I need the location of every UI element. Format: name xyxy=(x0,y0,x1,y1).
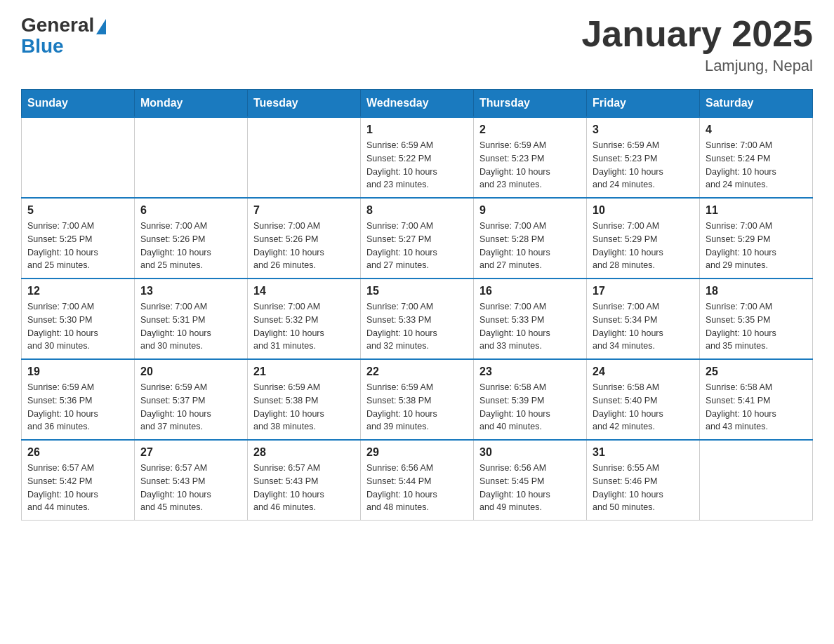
day-cell: 30Sunrise: 6:56 AMSunset: 5:45 PMDayligh… xyxy=(474,440,587,521)
day-number: 28 xyxy=(253,446,355,459)
col-header-wednesday: Wednesday xyxy=(361,90,474,118)
day-cell: 6Sunrise: 7:00 AMSunset: 5:26 PMDaylight… xyxy=(135,198,248,279)
day-info: Sunrise: 7:00 AMSunset: 5:31 PMDaylight:… xyxy=(140,300,241,353)
day-number: 12 xyxy=(27,285,128,297)
day-info: Sunrise: 6:58 AMSunset: 5:41 PMDaylight:… xyxy=(706,381,807,434)
day-cell: 12Sunrise: 7:00 AMSunset: 5:30 PMDayligh… xyxy=(22,279,135,359)
day-number: 4 xyxy=(706,123,807,136)
day-number: 6 xyxy=(140,204,241,217)
week-row-3: 12Sunrise: 7:00 AMSunset: 5:30 PMDayligh… xyxy=(22,279,813,359)
day-cell: 14Sunrise: 7:00 AMSunset: 5:32 PMDayligh… xyxy=(248,279,361,359)
day-cell: 4Sunrise: 7:00 AMSunset: 5:24 PMDaylight… xyxy=(700,117,813,198)
week-row-4: 19Sunrise: 6:59 AMSunset: 5:36 PMDayligh… xyxy=(22,359,813,440)
logo-triangle-icon xyxy=(96,19,106,34)
col-header-saturday: Saturday xyxy=(700,90,813,118)
day-cell: 24Sunrise: 6:58 AMSunset: 5:40 PMDayligh… xyxy=(587,359,700,440)
day-info: Sunrise: 6:57 AMSunset: 5:43 PMDaylight:… xyxy=(140,462,241,514)
day-number: 16 xyxy=(479,285,581,297)
day-cell: 27Sunrise: 6:57 AMSunset: 5:43 PMDayligh… xyxy=(135,440,248,521)
col-header-friday: Friday xyxy=(587,90,700,118)
day-number: 2 xyxy=(479,123,581,136)
page-header: General Blue January 2025 Lamjung, Nepal xyxy=(21,14,813,75)
day-number: 29 xyxy=(366,446,468,459)
day-number: 14 xyxy=(253,285,355,297)
day-info: Sunrise: 7:00 AMSunset: 5:26 PMDaylight:… xyxy=(140,220,241,272)
day-number: 18 xyxy=(706,285,807,297)
day-info: Sunrise: 6:56 AMSunset: 5:45 PMDaylight:… xyxy=(479,462,581,514)
day-number: 5 xyxy=(27,204,128,217)
day-number: 27 xyxy=(140,446,241,459)
col-header-sunday: Sunday xyxy=(22,90,135,118)
day-info: Sunrise: 6:57 AMSunset: 5:42 PMDaylight:… xyxy=(27,462,128,514)
day-cell: 11Sunrise: 7:00 AMSunset: 5:29 PMDayligh… xyxy=(700,198,813,279)
day-info: Sunrise: 7:00 AMSunset: 5:24 PMDaylight:… xyxy=(706,139,807,192)
day-info: Sunrise: 6:59 AMSunset: 5:22 PMDaylight:… xyxy=(366,139,468,192)
day-info: Sunrise: 7:00 AMSunset: 5:25 PMDaylight:… xyxy=(27,220,128,272)
col-header-tuesday: Tuesday xyxy=(248,90,361,118)
day-info: Sunrise: 6:55 AMSunset: 5:46 PMDaylight:… xyxy=(593,462,694,514)
day-cell xyxy=(248,117,361,198)
day-cell: 22Sunrise: 6:59 AMSunset: 5:38 PMDayligh… xyxy=(361,359,474,440)
day-cell: 17Sunrise: 7:00 AMSunset: 5:34 PMDayligh… xyxy=(587,279,700,359)
day-info: Sunrise: 7:00 AMSunset: 5:28 PMDaylight:… xyxy=(479,220,581,272)
day-cell: 26Sunrise: 6:57 AMSunset: 5:42 PMDayligh… xyxy=(22,440,135,521)
day-info: Sunrise: 6:57 AMSunset: 5:43 PMDaylight:… xyxy=(253,462,355,514)
month-title: January 2025 xyxy=(581,14,813,54)
day-info: Sunrise: 7:00 AMSunset: 5:33 PMDaylight:… xyxy=(479,300,581,353)
day-number: 1 xyxy=(366,123,468,136)
day-number: 7 xyxy=(253,204,355,217)
day-cell: 2Sunrise: 6:59 AMSunset: 5:23 PMDaylight… xyxy=(474,117,587,198)
day-cell: 20Sunrise: 6:59 AMSunset: 5:37 PMDayligh… xyxy=(135,359,248,440)
day-info: Sunrise: 6:56 AMSunset: 5:44 PMDaylight:… xyxy=(366,462,468,514)
day-cell: 21Sunrise: 6:59 AMSunset: 5:38 PMDayligh… xyxy=(248,359,361,440)
day-cell: 23Sunrise: 6:58 AMSunset: 5:39 PMDayligh… xyxy=(474,359,587,440)
logo-general-text: General xyxy=(21,14,94,36)
day-info: Sunrise: 6:58 AMSunset: 5:39 PMDaylight:… xyxy=(479,381,581,434)
day-info: Sunrise: 7:00 AMSunset: 5:29 PMDaylight:… xyxy=(593,220,694,272)
day-number: 11 xyxy=(706,204,807,217)
day-number: 13 xyxy=(140,285,241,297)
week-row-2: 5Sunrise: 7:00 AMSunset: 5:25 PMDaylight… xyxy=(22,198,813,279)
logo: General Blue xyxy=(21,14,106,58)
day-info: Sunrise: 7:00 AMSunset: 5:29 PMDaylight:… xyxy=(706,220,807,272)
day-info: Sunrise: 7:00 AMSunset: 5:26 PMDaylight:… xyxy=(253,220,355,272)
title-section: January 2025 Lamjung, Nepal xyxy=(581,14,813,75)
day-info: Sunrise: 7:00 AMSunset: 5:30 PMDaylight:… xyxy=(27,300,128,353)
day-number: 19 xyxy=(27,365,128,378)
day-number: 20 xyxy=(140,365,241,378)
day-cell: 16Sunrise: 7:00 AMSunset: 5:33 PMDayligh… xyxy=(474,279,587,359)
day-cell: 18Sunrise: 7:00 AMSunset: 5:35 PMDayligh… xyxy=(700,279,813,359)
day-cell: 9Sunrise: 7:00 AMSunset: 5:28 PMDaylight… xyxy=(474,198,587,279)
calendar-header-row: SundayMondayTuesdayWednesdayThursdayFrid… xyxy=(22,90,813,118)
day-cell: 3Sunrise: 6:59 AMSunset: 5:23 PMDaylight… xyxy=(587,117,700,198)
day-cell: 19Sunrise: 6:59 AMSunset: 5:36 PMDayligh… xyxy=(22,359,135,440)
day-number: 3 xyxy=(593,123,694,136)
day-number: 8 xyxy=(366,204,468,217)
location-text: Lamjung, Nepal xyxy=(581,57,813,75)
day-cell: 10Sunrise: 7:00 AMSunset: 5:29 PMDayligh… xyxy=(587,198,700,279)
day-number: 23 xyxy=(479,365,581,378)
day-number: 17 xyxy=(593,285,694,297)
day-number: 30 xyxy=(479,446,581,459)
day-cell xyxy=(700,440,813,521)
day-number: 22 xyxy=(366,365,468,378)
day-cell: 25Sunrise: 6:58 AMSunset: 5:41 PMDayligh… xyxy=(700,359,813,440)
day-info: Sunrise: 7:00 AMSunset: 5:27 PMDaylight:… xyxy=(366,220,468,272)
day-number: 31 xyxy=(593,446,694,459)
col-header-monday: Monday xyxy=(135,90,248,118)
logo-blue-text: Blue xyxy=(21,35,106,58)
day-cell: 7Sunrise: 7:00 AMSunset: 5:26 PMDaylight… xyxy=(248,198,361,279)
day-number: 26 xyxy=(27,446,128,459)
day-info: Sunrise: 7:00 AMSunset: 5:33 PMDaylight:… xyxy=(366,300,468,353)
day-number: 21 xyxy=(253,365,355,378)
day-cell xyxy=(135,117,248,198)
day-number: 25 xyxy=(706,365,807,378)
day-number: 10 xyxy=(593,204,694,217)
week-row-5: 26Sunrise: 6:57 AMSunset: 5:42 PMDayligh… xyxy=(22,440,813,521)
day-info: Sunrise: 6:59 AMSunset: 5:23 PMDaylight:… xyxy=(593,139,694,192)
day-info: Sunrise: 6:58 AMSunset: 5:40 PMDaylight:… xyxy=(593,381,694,434)
day-number: 15 xyxy=(366,285,468,297)
day-info: Sunrise: 6:59 AMSunset: 5:37 PMDaylight:… xyxy=(140,381,241,434)
day-cell: 1Sunrise: 6:59 AMSunset: 5:22 PMDaylight… xyxy=(361,117,474,198)
week-row-1: 1Sunrise: 6:59 AMSunset: 5:22 PMDaylight… xyxy=(22,117,813,198)
